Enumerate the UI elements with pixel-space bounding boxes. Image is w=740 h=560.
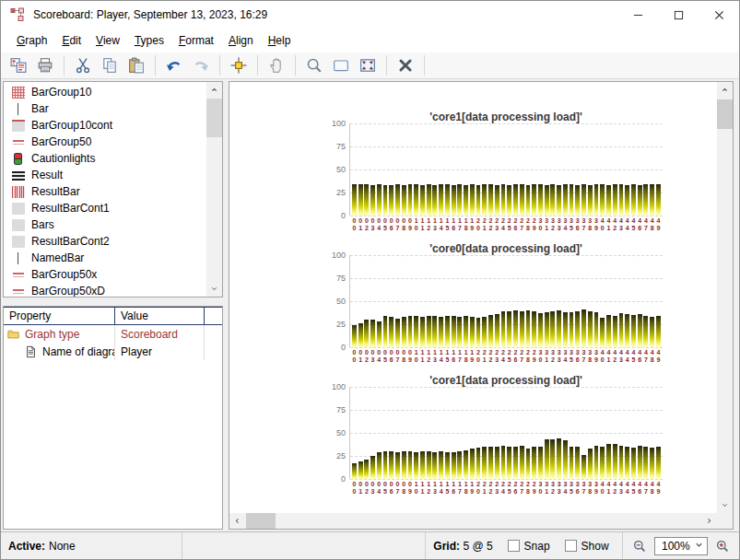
bar xyxy=(408,451,413,479)
sidebar-item-bars[interactable]: Bars xyxy=(4,216,206,233)
maximize-button[interactable] xyxy=(658,1,699,29)
toolbar-paste-button[interactable] xyxy=(124,54,148,77)
property-name: Graph type xyxy=(25,328,79,341)
sidebar-item-result[interactable]: Result xyxy=(4,167,206,183)
sidebar-item-cautionlights[interactable]: Cautionlights xyxy=(4,150,206,167)
bar xyxy=(650,448,654,479)
x-tick-label: 29 xyxy=(531,481,537,496)
bar xyxy=(495,447,499,479)
property-row-0[interactable]: Graph typeScoreboard xyxy=(4,325,222,343)
close-button[interactable] xyxy=(699,1,739,29)
x-tick-label: 06 xyxy=(388,349,394,364)
sidebar-item-bargroup50[interactable]: BarGroup50 xyxy=(4,134,206,150)
status-bar: Active: None Grid: 5 @ 5 Snap Show 100% xyxy=(1,531,739,559)
canvas-vertical-scrollbar[interactable] xyxy=(717,82,733,513)
sidebar-item-bargroup10cont[interactable]: BarGroup10cont xyxy=(4,117,206,134)
scrollbar-thumb[interactable] xyxy=(246,513,276,529)
x-tick-label: 07 xyxy=(394,217,401,232)
scroll-up-arrow-icon[interactable] xyxy=(206,82,222,98)
scrollbar-thumb[interactable] xyxy=(717,99,733,129)
property-cell[interactable]: Graph type xyxy=(4,325,115,343)
sidebar-item-bargroup50xd[interactable]: BarGroup50xD xyxy=(4,283,206,297)
bar xyxy=(538,313,543,347)
bar-chart-0[interactable]: 'core1[data processing load]'02550751000… xyxy=(325,111,663,232)
x-tick-label: 36 xyxy=(574,349,581,364)
scroll-down-arrow-icon[interactable] xyxy=(717,497,733,513)
canvas-horizontal-scrollbar[interactable] xyxy=(229,513,717,529)
scroll-left-arrow-icon[interactable] xyxy=(229,513,245,529)
toolbar-redo-button[interactable] xyxy=(189,54,213,77)
toolbar-zoom-button[interactable] xyxy=(302,54,326,77)
bar xyxy=(427,451,431,479)
sidebar-item-bargroup10[interactable]: BarGroup10 xyxy=(4,84,206,100)
snap-checkbox[interactable] xyxy=(508,540,520,552)
toolbar-copy-button[interactable] xyxy=(98,54,122,77)
toolbar-add-node-button[interactable] xyxy=(227,54,251,77)
toolbar-delete-button[interactable] xyxy=(393,54,417,77)
value-cell[interactable]: Scoreboard xyxy=(115,325,205,343)
x-tick-label: 39 xyxy=(593,349,600,364)
scroll-down-arrow-icon[interactable] xyxy=(206,281,222,297)
x-tick-label: 19 xyxy=(469,349,476,364)
menu-format[interactable]: Format xyxy=(171,30,221,51)
x-tick-label: 30 xyxy=(537,481,544,496)
zoom-level-select[interactable]: 100% xyxy=(654,537,708,555)
toolbar-undo-button[interactable] xyxy=(162,54,186,77)
graph-type-list-panel: BarGroup10BarBarGroup10contBarGroup50Cau… xyxy=(3,81,223,298)
panel-splitter[interactable] xyxy=(3,298,223,306)
scrollbar-thumb[interactable] xyxy=(206,99,222,137)
list-scrollbar[interactable] xyxy=(206,82,222,297)
toolbar-cut-button[interactable] xyxy=(71,54,95,77)
toolbar-zoom-rect-button[interactable] xyxy=(329,54,353,77)
x-tick-label: 26 xyxy=(512,349,519,364)
x-tick-label: 07 xyxy=(394,349,401,364)
menu-align[interactable]: Align xyxy=(221,30,261,51)
sidebar-item-resultbarcont2[interactable]: ResultBarCont2 xyxy=(4,233,206,250)
bar xyxy=(638,185,642,216)
sidebar-item-label: BarGroup50 xyxy=(31,135,91,148)
bar xyxy=(532,311,536,347)
property-row-1[interactable]: Name of diagramPlayer xyxy=(4,343,222,360)
bar xyxy=(476,448,481,479)
bar xyxy=(650,184,654,216)
toolbar-pan-hand-button[interactable] xyxy=(264,54,288,77)
menu-types[interactable]: Types xyxy=(127,30,171,51)
scroll-up-arrow-icon[interactable] xyxy=(717,82,733,98)
bar xyxy=(563,440,568,479)
x-tick-label: 40 xyxy=(599,481,605,496)
sidebar-item-label: ResultBarCont2 xyxy=(31,235,110,248)
zoom-out-button[interactable] xyxy=(631,538,648,554)
show-checkbox[interactable] xyxy=(565,540,577,552)
toolbar-new-graph-button[interactable] xyxy=(6,54,30,77)
value-cell[interactable]: Player xyxy=(115,343,205,360)
menu-graph[interactable]: Graph xyxy=(9,30,54,51)
bar xyxy=(643,316,648,347)
property-cell[interactable]: Name of diagram xyxy=(4,343,115,360)
x-tick-label: 03 xyxy=(370,349,376,364)
x-tick-label: 40 xyxy=(599,349,605,364)
x-tick-label: 39 xyxy=(593,481,600,496)
y-tick-label: 100 xyxy=(332,251,346,260)
sidebar-item-bargroup50x[interactable]: BarGroup50x xyxy=(4,266,206,283)
property-column-header: Property xyxy=(4,308,115,324)
sidebar-item-bar[interactable]: Bar xyxy=(4,100,206,117)
bar xyxy=(445,316,450,347)
sidebar-item-resultbar[interactable]: ResultBar xyxy=(4,183,206,200)
menu-view[interactable]: View xyxy=(88,30,127,51)
minimize-button[interactable] xyxy=(617,1,658,29)
menu-help[interactable]: Help xyxy=(261,30,299,51)
toolbar-print-button[interactable] xyxy=(33,54,57,77)
chevron-down-icon[interactable] xyxy=(694,540,704,553)
x-tick-label: 02 xyxy=(363,481,370,496)
sidebar-item-resultbarcont1[interactable]: ResultBarCont1 xyxy=(4,200,206,216)
bar-chart-1[interactable]: 'core0[data processing load]'02550751000… xyxy=(325,243,663,364)
menu-edit[interactable]: Edit xyxy=(54,30,88,51)
bar-chart-2[interactable]: 'core1[data processing load]'02550751000… xyxy=(325,375,663,496)
bar xyxy=(495,314,499,347)
zoom-in-button[interactable] xyxy=(714,538,731,554)
sidebar-item-namedbar[interactable]: NamedBar xyxy=(4,250,206,266)
scroll-right-arrow-icon[interactable] xyxy=(701,513,717,529)
red-stripes-icon xyxy=(12,186,25,198)
toolbar-fit-window-button[interactable] xyxy=(356,54,380,77)
diagram-canvas-panel[interactable]: 'core1[data processing load]'02550751000… xyxy=(229,81,734,530)
